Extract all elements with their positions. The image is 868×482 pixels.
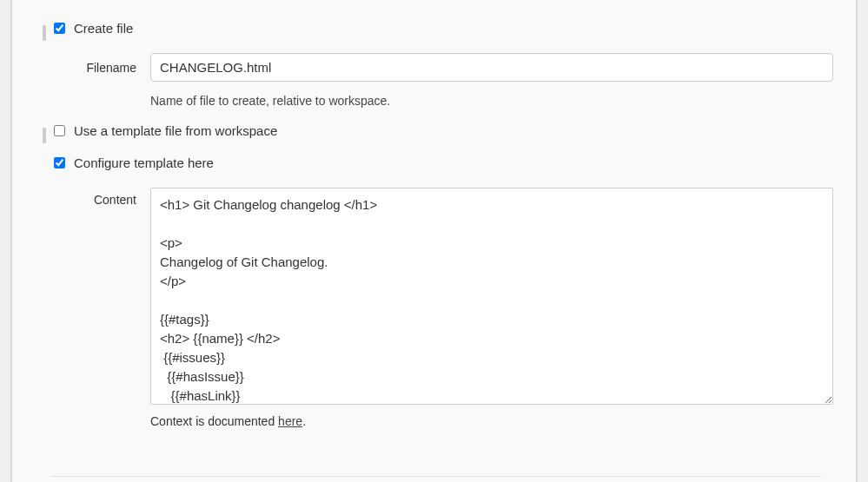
use-template-checkbox-area: Use a template file from workspace [50,123,833,138]
configure-template-checkbox-area: Configure template here [50,155,833,170]
filename-label: Filename [50,61,150,75]
content-textarea[interactable] [150,188,833,405]
content-doc-row: Context is documented here. [150,414,833,428]
create-file-label: Create file [74,21,133,36]
content-row: Content Context is documented here. [38,188,833,428]
content-doc-link[interactable]: here [278,414,302,428]
panel-border-right [856,0,858,482]
gutter-use-template [38,123,50,143]
gutter-bar [43,25,46,41]
create-file-checkbox-area: Create file [50,21,833,36]
configure-template-label: Configure template here [74,155,214,170]
create-file-checkbox[interactable] [54,23,65,34]
gutter-bar [43,128,46,143]
create-file-row: Create file [38,21,833,41]
gutter-create-file [38,21,50,41]
filename-help-row: Name of file to create, relative to work… [38,89,833,108]
config-panel: Create file Filename Name of file to cre… [12,0,856,482]
filename-row: Filename [38,53,833,82]
textarea-resize-handle[interactable] [474,405,509,409]
filename-help: Name of file to create, relative to work… [150,94,833,108]
use-template-checkbox[interactable] [54,125,65,136]
use-template-row: Use a template file from workspace [38,123,833,143]
content-doc-suffix: . [302,414,306,428]
section-divider [50,476,821,477]
content-doc-text: Context is documented [150,414,278,428]
configure-template-row: Configure template here [38,155,833,175]
use-template-label: Use a template file from workspace [74,123,277,138]
filename-input[interactable] [150,53,833,82]
content-label: Content [50,188,150,207]
configure-template-checkbox[interactable] [54,157,65,168]
